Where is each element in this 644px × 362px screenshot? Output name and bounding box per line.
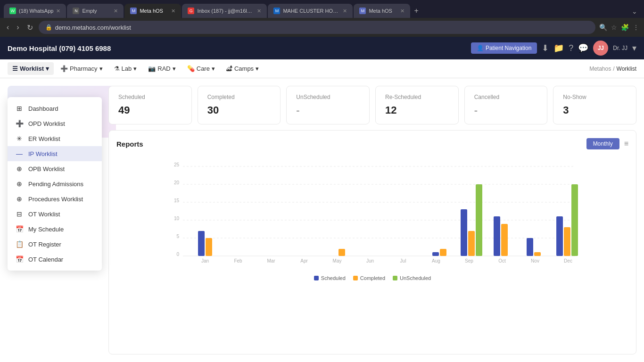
- stat-noshow: No-Show 3: [553, 86, 636, 124]
- scheduled-legend-label: Scheduled: [321, 275, 346, 281]
- procedures-icon: ⊕: [15, 195, 24, 203]
- tab-empty-close[interactable]: ✕: [114, 8, 118, 14]
- menu-item-care[interactable]: 💊 Care ▾: [182, 62, 220, 75]
- dropdown-item-procedures[interactable]: ⊕ Procedures Worklist: [8, 191, 102, 206]
- dropdown-item-ip[interactable]: — IP Worklist: [8, 146, 102, 161]
- scheduled-legend-dot: [314, 276, 319, 280]
- opb-icon: ⊕: [15, 165, 24, 173]
- dropdown-item-ot-worklist[interactable]: ⊟ OT Worklist: [8, 206, 102, 222]
- bar-may-completed: [339, 249, 345, 256]
- user-dropdown-icon[interactable]: ▾: [632, 43, 636, 53]
- menu-item-camps[interactable]: 🏕 Camps ▾: [222, 62, 264, 75]
- stat-unscheduled: UnScheduled -: [286, 86, 370, 124]
- patient-navigation-button[interactable]: 👤 Patient Navigation: [471, 42, 537, 54]
- chat-icon[interactable]: 💬: [578, 43, 588, 53]
- menu-item-rad[interactable]: 📷 RAD ▾: [143, 62, 180, 75]
- tab-metahos2[interactable]: M Meta hOS ✕: [354, 4, 410, 18]
- breadcrumb-worklist: Worklist: [617, 66, 636, 72]
- svg-text:Sep: Sep: [465, 258, 473, 263]
- tab-metahos1[interactable]: M Meta hOS ✕: [124, 4, 181, 18]
- reports-header: Reports Monthly ≡: [116, 138, 628, 149]
- dropdown-item-er[interactable]: ✳ ER Worklist: [8, 131, 102, 146]
- tab-whatsapp[interactable]: W (18) WhatsApp ✕: [4, 4, 66, 18]
- bar-nov-completed: [534, 252, 541, 256]
- patient-nav-icon: 👤: [477, 45, 484, 51]
- er-icon: ✳: [15, 135, 24, 142]
- tab-mahe[interactable]: M MAHE CLUSTER HOSPIT... ✕: [268, 4, 353, 18]
- svg-text:0: 0: [176, 252, 179, 257]
- tab-mahe-label: MAHE CLUSTER HOSPIT...: [283, 8, 340, 14]
- tab-metahos2-close[interactable]: ✕: [400, 8, 405, 14]
- menu-item-lab[interactable]: ⚗ Lab ▾: [109, 62, 142, 75]
- address-bar[interactable]: 🔒 demo.metahos.com/worklist: [39, 21, 595, 34]
- rescheduled-value: 12: [385, 104, 449, 116]
- dropdown-item-my-schedule[interactable]: 📅 My Schedule: [8, 222, 102, 237]
- address-bar-row: ‹ › ↻ 🔒 demo.metahos.com/worklist 🔍 ☆ 🧩 …: [0, 18, 644, 37]
- svg-text:20: 20: [174, 180, 180, 185]
- bar-aug-scheduled: [432, 252, 439, 256]
- back-button[interactable]: ‹: [5, 21, 11, 33]
- user-label[interactable]: Dr. JJ: [613, 45, 627, 51]
- camps-icon: 🏕: [226, 65, 232, 72]
- forward-button[interactable]: ›: [15, 21, 21, 33]
- care-icon: 💊: [187, 65, 195, 72]
- tab-gmail-close[interactable]: ✕: [257, 8, 261, 14]
- empty-favicon: N: [73, 8, 79, 14]
- svg-text:25: 25: [174, 162, 180, 167]
- extensions-icon[interactable]: 🧩: [621, 24, 629, 31]
- breadcrumb-metahos[interactable]: Metahos: [589, 66, 611, 72]
- bar-chart: 0 5 10 15 20 25: [116, 157, 628, 270]
- bar-dec-unscheduled: [571, 184, 578, 256]
- svg-text:Jul: Jul: [400, 258, 406, 263]
- folder-icon[interactable]: 📁: [553, 43, 564, 53]
- legend-scheduled: Scheduled: [314, 275, 346, 281]
- svg-text:10: 10: [174, 216, 180, 221]
- rad-icon: 📷: [148, 65, 156, 72]
- help-icon[interactable]: ?: [569, 43, 573, 53]
- bar-jan-completed: [206, 238, 212, 256]
- refresh-button[interactable]: ↻: [25, 21, 35, 34]
- reports-title: Reports: [116, 140, 143, 148]
- settings-icon[interactable]: ⋮: [633, 24, 639, 31]
- dropdown-item-ot-register[interactable]: 📋 OT Register: [8, 237, 102, 252]
- bar-nov-scheduled: [527, 238, 533, 256]
- new-tab-button[interactable]: +: [411, 4, 421, 18]
- url-text: demo.metahos.com/worklist: [55, 24, 131, 31]
- download-icon[interactable]: ⬇: [542, 43, 549, 53]
- svg-text:Jun: Jun: [366, 258, 374, 263]
- dropdown-item-pending[interactable]: ⊕ Pending Admissions: [8, 176, 102, 191]
- zoom-icon[interactable]: 🔍: [599, 24, 607, 31]
- bookmark-icon[interactable]: ☆: [611, 24, 617, 31]
- stat-rescheduled: Re-Scheduled 12: [375, 86, 459, 124]
- tab-mahe-close[interactable]: ✕: [343, 8, 347, 14]
- monthly-button[interactable]: Monthly: [586, 138, 619, 149]
- unscheduled-label: UnScheduled: [296, 94, 360, 100]
- tab-whatsapp-close[interactable]: ✕: [56, 8, 60, 14]
- dropdown-item-ot-calendar[interactable]: 📅 OT Calendar: [8, 252, 102, 267]
- tab-metahos1-close[interactable]: ✕: [171, 8, 175, 14]
- chart-area: 0 5 10 15 20 25: [116, 157, 628, 272]
- mahe-favicon: M: [273, 8, 280, 14]
- bar-sep-scheduled: [461, 209, 467, 256]
- tab-gmail[interactable]: G Inbox (187) - jj@m16labs ✕: [182, 4, 267, 18]
- whatsapp-favicon: W: [9, 8, 16, 14]
- tab-whatsapp-label: (18) WhatsApp: [19, 8, 53, 14]
- worklist-dropdown: ⊞ Dashboard ➕ OPD Worklist ✳ ER Worklist…: [8, 97, 102, 271]
- bar-dec-scheduled: [556, 216, 563, 256]
- legend-unscheduled: UnScheduled: [393, 275, 431, 281]
- svg-text:Oct: Oct: [498, 258, 506, 263]
- worklist-dropdown-icon: ▾: [46, 65, 49, 72]
- tab-menu-button[interactable]: ⌄: [629, 5, 640, 18]
- chart-filter-icon[interactable]: ≡: [624, 140, 628, 148]
- tab-empty[interactable]: N Empty ✕: [67, 4, 124, 18]
- avatar[interactable]: JJ: [593, 41, 608, 56]
- bar-sep-unscheduled: [476, 184, 482, 256]
- dropdown-item-opd[interactable]: ➕ OPD Worklist: [8, 116, 102, 131]
- menu-item-worklist[interactable]: ☰ Worklist ▾: [8, 62, 54, 75]
- tab-bar: W (18) WhatsApp ✕ N Empty ✕ M Meta hOS ✕…: [0, 0, 644, 18]
- dropdown-item-dashboard[interactable]: ⊞ Dashboard: [8, 101, 102, 116]
- metahos1-favicon: M: [130, 8, 137, 14]
- top-nav-actions: 👤 Patient Navigation ⬇ 📁 ? 💬 JJ Dr. JJ ▾: [471, 41, 636, 56]
- dropdown-item-opb[interactable]: ⊕ OPB Worklist: [8, 161, 102, 176]
- menu-item-pharmacy[interactable]: ➕ Pharmacy ▾: [56, 62, 107, 75]
